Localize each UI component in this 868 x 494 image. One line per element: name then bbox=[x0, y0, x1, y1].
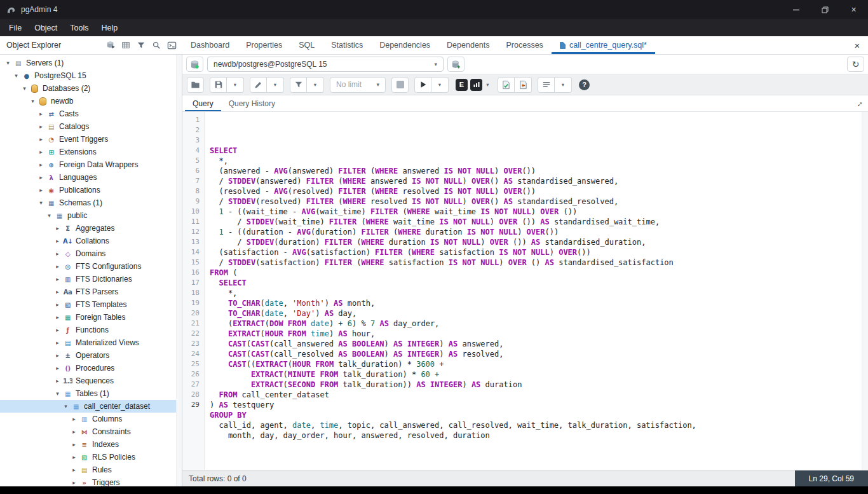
tree-item[interactable]: ▸ ⋈ Constraints bbox=[0, 425, 182, 438]
tree-item[interactable]: ▸ Σ Aggregates bbox=[0, 222, 182, 235]
tree-item[interactable]: ▸ 1.3 Sequences bbox=[0, 374, 182, 387]
tree-caret-icon[interactable]: ▸ bbox=[53, 352, 62, 359]
cancel-query-button[interactable] bbox=[391, 77, 409, 93]
minimize-button[interactable] bbox=[782, 0, 811, 19]
tree-caret-icon[interactable]: ▾ bbox=[53, 390, 62, 397]
tree-caret-icon[interactable]: ▸ bbox=[37, 136, 45, 142]
connection-select[interactable]: newdb/postgres@PostgreSQL 15 ▾ bbox=[207, 57, 444, 72]
filtered-rows-icon[interactable] bbox=[133, 38, 149, 53]
tree-caret-icon[interactable]: ▸ bbox=[53, 340, 62, 346]
tree-item[interactable]: ▸ ▤ Rules bbox=[0, 463, 182, 476]
connection-status-button[interactable] bbox=[186, 57, 203, 72]
tree-item[interactable]: ▾ ▦ Schemas (1) bbox=[0, 196, 182, 209]
tree-item[interactable]: ▸ ▧ RLS Policies bbox=[0, 451, 182, 463]
execute-button[interactable] bbox=[414, 77, 431, 93]
tree-item[interactable]: ▾ ▦ Tables (1) bbox=[0, 387, 182, 400]
edit-button[interactable] bbox=[250, 77, 267, 93]
tree-caret-icon[interactable]: ▸ bbox=[70, 441, 78, 448]
help-button[interactable]: ? bbox=[578, 79, 591, 90]
tree-item[interactable]: ▸ ▧ FTS Templates bbox=[0, 298, 182, 311]
history-refresh-button[interactable]: ↻ bbox=[847, 57, 864, 72]
tab[interactable]: Dependencies bbox=[371, 36, 438, 54]
tree-caret-icon[interactable]: ▸ bbox=[70, 479, 78, 486]
sql-code[interactable]: SELECT *, (answered - AVG(answered) FILT… bbox=[205, 112, 868, 470]
expand-panel-button[interactable]: ↔ bbox=[849, 95, 868, 111]
sidebar-scrollbar[interactable] bbox=[176, 55, 182, 486]
tree-caret-icon[interactable]: ▾ bbox=[45, 212, 53, 219]
tree-caret-icon[interactable]: ▸ bbox=[53, 263, 62, 270]
tree-caret-icon[interactable]: ▸ bbox=[53, 365, 62, 371]
filter-button[interactable] bbox=[290, 77, 307, 93]
tab-call-centre-query[interactable]: call_centre_query.sql* bbox=[552, 36, 655, 54]
save-menu-caret[interactable]: ▾ bbox=[227, 77, 244, 93]
tree-item[interactable]: ▸ ƒ Functions bbox=[0, 324, 182, 336]
object-explorer-tab[interactable]: Object Explorer bbox=[6, 41, 61, 50]
tree-item[interactable]: ▸ ± Operators bbox=[0, 349, 182, 362]
tree-item[interactable]: ▾ ● PostgreSQL 15 bbox=[0, 69, 182, 82]
tree-caret-icon[interactable]: ▸ bbox=[37, 174, 45, 181]
tree-item[interactable]: ▸ ▥ Columns bbox=[0, 413, 182, 425]
tree-item[interactable]: ▸ ▤ Catalogs bbox=[0, 120, 182, 133]
tree-caret-icon[interactable]: ▸ bbox=[70, 467, 78, 473]
tree-caret-icon[interactable]: ▾ bbox=[62, 403, 70, 409]
tree-item[interactable]: ▸ ⇄ Casts bbox=[0, 107, 182, 120]
tree-item[interactable]: ▸ ◎ FTS Configurations bbox=[0, 260, 182, 273]
tree-caret-icon[interactable]: ▸ bbox=[53, 225, 62, 231]
restore-button[interactable] bbox=[811, 0, 839, 19]
tree-caret-icon[interactable]: ▸ bbox=[53, 301, 62, 308]
tree-item[interactable]: ▾ Databases (2) bbox=[0, 82, 182, 95]
edit-menu-caret[interactable]: ▾ bbox=[267, 77, 284, 93]
tree-caret-icon[interactable]: ▸ bbox=[37, 187, 45, 193]
editor-scrollbar[interactable] bbox=[862, 112, 868, 470]
menu-item[interactable]: Object bbox=[28, 19, 64, 36]
tree-caret-icon[interactable]: ▾ bbox=[29, 98, 37, 104]
filter-menu-caret[interactable]: ▾ bbox=[307, 77, 324, 93]
tree-caret-icon[interactable]: ▸ bbox=[70, 416, 78, 422]
tree-item[interactable]: ▸ » Triggers bbox=[0, 476, 182, 486]
menu-item[interactable]: Help bbox=[95, 19, 124, 36]
save-button[interactable] bbox=[210, 77, 227, 93]
menu-item[interactable]: Tools bbox=[64, 19, 95, 36]
tree-caret-icon[interactable]: ▸ bbox=[53, 289, 62, 295]
tree-caret-icon[interactable]: ▾ bbox=[20, 85, 29, 92]
explain-button[interactable]: E bbox=[454, 79, 469, 91]
tree-item[interactable]: ▸ λ Languages bbox=[0, 171, 182, 184]
query-tab[interactable]: Query bbox=[185, 95, 221, 111]
tree-caret-icon[interactable]: ▾ bbox=[37, 200, 45, 206]
tree-caret-icon[interactable]: ▸ bbox=[70, 454, 78, 460]
tree-caret-icon[interactable]: ▸ bbox=[53, 378, 62, 384]
psql-tool-button[interactable] bbox=[164, 38, 179, 53]
tree-item[interactable]: ▸ () Procedures bbox=[0, 362, 182, 374]
tree-item[interactable]: ▸ ▤ Materialized Views bbox=[0, 336, 182, 349]
macro-menu-caret[interactable]: ▾ bbox=[555, 77, 572, 93]
macro-button[interactable] bbox=[538, 77, 555, 93]
tab[interactable]: Dashboard bbox=[182, 36, 238, 54]
sql-editor[interactable]: 1234567891011121314151617181920212223242… bbox=[182, 112, 868, 470]
tree-caret-icon[interactable]: ▸ bbox=[37, 123, 45, 130]
view-data-button[interactable] bbox=[118, 38, 133, 53]
tab[interactable]: Statistics bbox=[323, 36, 371, 54]
tree-item[interactable]: ▸ ▥ FTS Dictionaries bbox=[0, 273, 182, 285]
execute-menu-caret[interactable]: ▾ bbox=[431, 77, 449, 93]
rollback-button[interactable] bbox=[515, 77, 532, 93]
tree-item[interactable]: ▾ newdb bbox=[0, 95, 182, 107]
tab[interactable]: Dependents bbox=[438, 36, 498, 54]
tab[interactable]: Processes bbox=[498, 36, 552, 54]
tree-caret-icon[interactable]: ▸ bbox=[70, 429, 78, 435]
tree-caret-icon[interactable]: ▸ bbox=[53, 238, 62, 244]
tree-item[interactable]: ▸ Aa FTS Parsers bbox=[0, 285, 182, 298]
explain-analyze-button[interactable] bbox=[469, 79, 484, 91]
tree-item[interactable]: ▸ ◇ Domains bbox=[0, 247, 182, 260]
query-tab[interactable]: Query History bbox=[221, 95, 283, 111]
tree-caret-icon[interactable]: ▸ bbox=[53, 314, 62, 320]
tab[interactable]: SQL bbox=[290, 36, 323, 54]
tab[interactable]: Properties bbox=[238, 36, 290, 54]
tree-item[interactable]: ▸ ▦ Foreign Tables bbox=[0, 311, 182, 324]
search-objects-button[interactable] bbox=[149, 38, 164, 53]
tree-caret-icon[interactable]: ▸ bbox=[53, 276, 62, 282]
explain-menu-caret[interactable]: ▾ bbox=[484, 81, 492, 88]
limit-select[interactable]: No limit ▾ bbox=[330, 77, 386, 93]
tree-item[interactable]: ▸ ◔ Event Triggers bbox=[0, 133, 182, 146]
tree-item[interactable]: ▸ ≡ Indexes bbox=[0, 438, 182, 451]
tree-caret-icon[interactable]: ▾ bbox=[4, 60, 12, 66]
